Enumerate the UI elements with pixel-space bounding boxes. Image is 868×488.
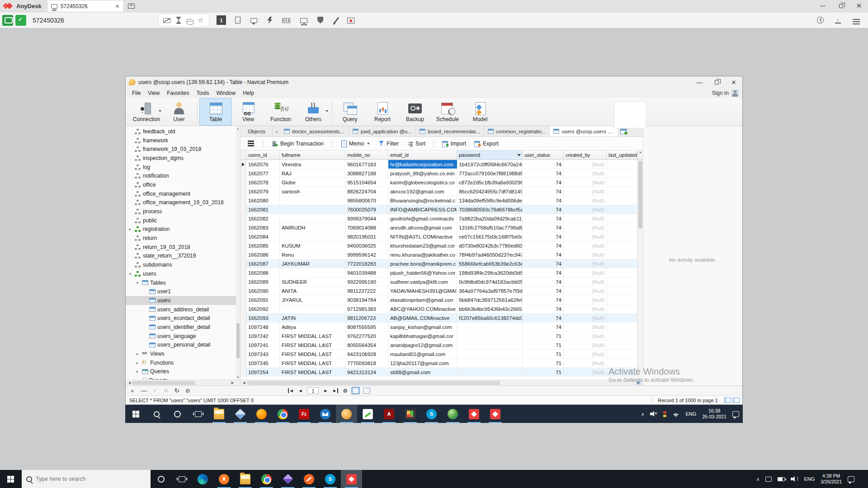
- table-row[interactable]: 1662091JIYARUL9038194784etaxationpritam@…: [241, 296, 637, 305]
- cell-mobile-no[interactable]: 9038194784: [345, 296, 388, 304]
- cell-last-updated[interactable]: [607, 187, 637, 196]
- remote-app-paint-tool-button[interactable]: [400, 405, 421, 423]
- cell-last-updated[interactable]: [607, 232, 637, 241]
- cell-password[interactable]: [457, 341, 523, 349]
- form-view-toggle[interactable]: [363, 388, 370, 394]
- cell-created-by[interactable]: (Null): [564, 178, 607, 187]
- table-row[interactable]: 1662078Globe9515104654karim@globeecologi…: [241, 178, 637, 187]
- add-record-button[interactable]: ＋: [129, 387, 135, 395]
- close-button[interactable]: ✕: [850, 0, 868, 12]
- cell-fullname[interactable]: JAYKUMAR: [280, 259, 345, 268]
- cell-password[interactable]: [457, 350, 523, 358]
- scroll-thumb[interactable]: [247, 381, 500, 385]
- stop-button[interactable]: ⊘: [185, 387, 190, 394]
- cell-fullname[interactable]: [280, 205, 345, 214]
- cell-created-by[interactable]: (Null): [564, 368, 607, 376]
- tab-objects[interactable]: Objects: [241, 126, 273, 136]
- scroll-thumb[interactable]: [638, 161, 642, 229]
- tab-common-registratio[interactable]: common_registratio...: [484, 126, 550, 136]
- cell-mobile-no[interactable]: 9450036025: [345, 241, 388, 250]
- sidebar-item-users-address-detail[interactable]: users_address_detail: [126, 305, 240, 314]
- cell-fullname[interactable]: ANITA: [280, 286, 345, 295]
- sidebar-item-process[interactable]: process: [126, 207, 240, 216]
- scroll-left-icon[interactable]: ◄: [242, 380, 246, 385]
- sidebar-item-office-management-19-03-2018[interactable]: office_management_19_03_2018: [126, 198, 240, 207]
- table-row[interactable]: 16620849820195031NITIN@A3TL.COMinactivec…: [241, 232, 637, 241]
- remote-app-chrome-button[interactable]: [272, 405, 293, 423]
- sidebar-item-subdomains[interactable]: subdomains: [126, 260, 240, 269]
- volume-muted-icon[interactable]: ✕: [650, 411, 657, 417]
- cell-email-id[interactable]: kapilbbhatnagar@gmail.cor: [388, 332, 457, 340]
- menu-window[interactable]: Window: [213, 90, 240, 96]
- cell-fullname[interactable]: JATIN: [280, 314, 345, 322]
- cell-users-id[interactable]: 1662092: [246, 305, 280, 313]
- cell-email-id[interactable]: 123jha20117@gmail.com: [388, 359, 457, 367]
- scroll-right-icon[interactable]: ►: [231, 380, 235, 385]
- cell-fullname[interactable]: [280, 268, 345, 277]
- last-page-button[interactable]: ►: [332, 388, 338, 393]
- cell-created-by[interactable]: (Null): [564, 232, 607, 241]
- cell-last-updated[interactable]: [607, 277, 637, 286]
- cell-password[interactable]: 772acc079160e7f881988d509: [457, 169, 523, 178]
- cell-users-id[interactable]: 1662079: [246, 187, 280, 196]
- remote-app-browser-globe-button[interactable]: [442, 405, 463, 423]
- cell-user-status[interactable]: 74: [523, 277, 564, 286]
- cell-created-by[interactable]: (Null): [564, 187, 607, 196]
- navicat-title-bar[interactable]: users @ussp.users (139.59.62.134) - Tabl…: [126, 76, 742, 88]
- cell-fullname[interactable]: FIRST MIDDAL LAST: [280, 350, 345, 358]
- remote-task-view-button[interactable]: [188, 405, 208, 423]
- cell-users-id[interactable]: 1662083: [246, 223, 280, 232]
- remote-start-button[interactable]: [125, 405, 146, 423]
- column-header-user-status[interactable]: user_status: [523, 150, 564, 160]
- column-header-users-id[interactable]: users_id: [246, 150, 280, 160]
- tray-overflow-icon[interactable]: ∧: [641, 412, 644, 417]
- grid-vertical-scrollbar[interactable]: ▲: [637, 150, 643, 160]
- scroll-up-icon[interactable]: ▲: [639, 150, 642, 154]
- cell-users-id[interactable]: 1662090: [246, 286, 280, 295]
- cell-email-id[interactable]: etaxationpritam@gmail.con: [388, 296, 457, 304]
- sidebar-item-log[interactable]: log: [126, 163, 240, 172]
- cell-created-by[interactable]: (Null): [564, 277, 607, 286]
- cell-last-updated[interactable]: [607, 259, 637, 268]
- remote-app-anydesk-button[interactable]: [485, 405, 506, 423]
- column-header-password[interactable]: password: [457, 150, 523, 160]
- chevron-right-icon[interactable]: ▸: [135, 352, 140, 356]
- remote-app-anydesk-button[interactable]: [463, 405, 485, 423]
- cell-users-id[interactable]: 1662077: [246, 169, 280, 178]
- column-header-created-by[interactable]: created_by: [564, 150, 607, 160]
- apply-changes-button[interactable]: ✓: [153, 387, 158, 394]
- column-header-mobile-no[interactable]: mobile_no: [345, 150, 388, 160]
- tab-pwd-application-u[interactable]: pwd_application @u...: [349, 126, 416, 136]
- cell-email-id[interactable]: govilrishi@gmail.cominactiv: [388, 214, 457, 223]
- row-marker[interactable]: [241, 169, 246, 178]
- cell-mobile-no[interactable]: 8826224704: [345, 187, 388, 196]
- cell-mobile-no[interactable]: 9820195031: [345, 232, 388, 241]
- cell-user-status[interactable]: 74: [523, 205, 564, 214]
- local-app-file-explorer-button[interactable]: [235, 470, 256, 488]
- local-cortana-button[interactable]: [151, 470, 171, 488]
- cell-last-updated[interactable]: [607, 214, 637, 223]
- row-marker[interactable]: [241, 286, 246, 295]
- scroll-down-icon[interactable]: ▼: [236, 375, 240, 379]
- cell-fullname[interactable]: KUSUM: [280, 241, 345, 250]
- cell-password[interactable]: d0730e80242b3c7780ed60d9: [457, 241, 523, 250]
- cell-user-status[interactable]: 74: [523, 314, 564, 322]
- remote-search-button[interactable]: [146, 405, 167, 423]
- cell-password[interactable]: 198d93ff4c29fca3620dd3d56: [457, 268, 523, 277]
- cell-password[interactable]: 1b41972c0ff0584c6670a24d9: [457, 160, 523, 169]
- chevron-right-icon[interactable]: ▸: [127, 227, 133, 231]
- remote-cortana-button[interactable]: [167, 405, 188, 423]
- table-row[interactable]: 16620929712981383ABC@YAHOO.COMinactivebb…: [241, 305, 637, 314]
- cell-user-status[interactable]: 71: [523, 341, 564, 349]
- menu-icon[interactable]: [853, 21, 860, 22]
- table-row[interactable]: 16620809855800670Bhuwansingla@rocketmail…: [241, 196, 637, 205]
- cell-users-id[interactable]: 1662089: [246, 277, 280, 286]
- table-row[interactable]: 16620829999379044govilrishi@gmail.comina…: [241, 214, 637, 223]
- whiteboard-pen-icon[interactable]: [334, 17, 340, 23]
- cell-last-updated[interactable]: [607, 196, 637, 205]
- new-table-tab-icon[interactable]: [620, 129, 627, 134]
- cell-password[interactable]: 134da09ef55f6c9e4d006defc: [457, 196, 523, 205]
- cell-user-status[interactable]: 74: [523, 160, 564, 169]
- cell-mobile-no[interactable]: 9855800670: [345, 196, 388, 205]
- cell-password[interactable]: f1207e85ba60c6138274dd7f8: [457, 314, 523, 322]
